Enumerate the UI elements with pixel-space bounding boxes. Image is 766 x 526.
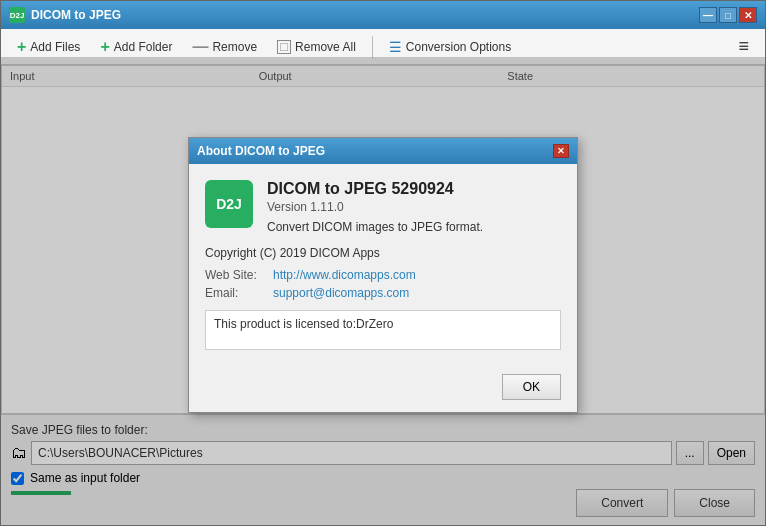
maximize-button[interactable]: □ [719,7,737,23]
main-window: D2J DICOM to JPEG — □ ✕ + Add Files + Ad… [0,0,766,526]
license-box: This product is licensed to:DrZero [205,310,561,350]
website-link[interactable]: http://www.dicomapps.com [273,268,416,282]
about-dialog: About DICOM to JPEG ✕ D2J DICOM to JPEG … [188,137,578,413]
plus-icon-2: + [100,38,109,56]
about-close-button[interactable]: ✕ [553,144,569,158]
about-content: D2J DICOM to JPEG 5290924 Version 1.11.0… [189,164,577,366]
about-copyright: Copyright (C) 2019 DICOM Apps [205,246,561,260]
plus-icon: + [17,38,26,56]
toolbar-separator [372,36,373,58]
add-folder-button[interactable]: + Add Folder [92,34,180,60]
remove-all-icon: □ [277,40,291,54]
email-link[interactable]: support@dicomapps.com [273,286,409,300]
remove-all-button[interactable]: □ Remove All [269,36,364,58]
about-title-bar: About DICOM to JPEG ✕ [189,138,577,164]
minimize-button[interactable]: — [699,7,717,23]
license-text: This product is licensed to:DrZero [214,317,393,331]
modal-overlay: About DICOM to JPEG ✕ D2J DICOM to JPEG … [1,57,765,525]
about-header: D2J DICOM to JPEG 5290924 Version 1.11.0… [205,180,561,234]
conversion-options-button[interactable]: ☰ Conversion Options [381,35,519,59]
about-version: Version 1.11.0 [267,200,483,214]
window-title: DICOM to JPEG [31,8,699,22]
about-app-name: DICOM to JPEG 5290924 [267,180,483,198]
website-label: Web Site: [205,268,265,282]
ok-button[interactable]: OK [502,374,561,400]
about-dialog-title: About DICOM to JPEG [197,144,553,158]
email-label: Email: [205,286,265,300]
website-row: Web Site: http://www.dicomapps.com [205,268,561,282]
minus-icon: — [192,38,208,56]
window-controls: — □ ✕ [699,7,757,23]
about-details: Copyright (C) 2019 DICOM Apps Web Site: … [205,246,561,300]
window-close-button[interactable]: ✕ [739,7,757,23]
email-row: Email: support@dicomapps.com [205,286,561,300]
about-logo: D2J [205,180,253,228]
remove-button[interactable]: — Remove [184,34,265,60]
list-icon: ☰ [389,39,402,55]
title-bar: D2J DICOM to JPEG — □ ✕ [1,1,765,29]
add-files-button[interactable]: + Add Files [9,34,88,60]
window-inner: + Add Files + Add Folder — Remove □ Remo… [1,29,765,525]
app-icon: D2J [9,7,25,23]
about-info: DICOM to JPEG 5290924 Version 1.11.0 Con… [267,180,483,234]
about-description: Convert DICOM images to JPEG format. [267,220,483,234]
about-footer: OK [189,366,577,412]
